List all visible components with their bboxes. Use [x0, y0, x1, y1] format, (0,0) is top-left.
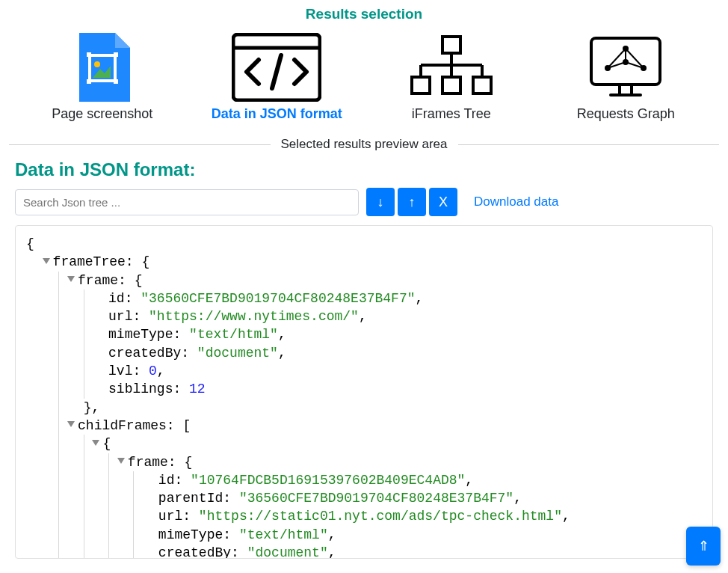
- tab-label: Data in JSON format: [212, 106, 342, 122]
- tab-data-json[interactable]: Data in JSON format: [194, 31, 359, 122]
- json-array-open: [: [182, 418, 191, 433]
- tab-label: iFrames Tree: [412, 106, 491, 122]
- json-value: document: [206, 346, 270, 361]
- tab-page-screenshot[interactable]: Page screenshot: [20, 31, 185, 122]
- json-value: 36560CFE7BD9019704CF80248E37B4F7: [149, 291, 407, 306]
- json-close: },: [84, 400, 100, 415]
- results-selection-title: Results selection: [0, 6, 728, 22]
- page-screenshot-icon: [75, 31, 130, 103]
- json-tree-viewer[interactable]: { frameTree: { frame: { id: "36560CFE7BD…: [15, 225, 713, 559]
- json-key: id: [158, 473, 175, 488]
- svg-line-8: [272, 55, 281, 88]
- svg-rect-1: [87, 52, 91, 57]
- tab-requests-graph[interactable]: Requests Graph: [543, 31, 708, 122]
- json-value: https://www.nytimes.com/: [157, 309, 351, 324]
- json-value: 10764FDCB5D16915397602B409EC4AD8: [199, 473, 457, 488]
- caret-icon[interactable]: [43, 258, 50, 264]
- svg-rect-9: [442, 37, 460, 53]
- json-key: parentId: [158, 491, 223, 506]
- clear-search-button[interactable]: X: [429, 188, 457, 216]
- code-icon: [232, 31, 321, 103]
- json-toolbar: ↓ ↑ X Download data: [0, 188, 728, 222]
- json-key: url: [158, 509, 182, 524]
- preview-divider: Selected results preview area: [9, 137, 719, 152]
- json-key: siblings: [108, 382, 173, 396]
- json-value: https://static01.nyt.com/ads/tpc-check.h…: [207, 509, 554, 524]
- json-key: id: [108, 291, 125, 306]
- expand-all-button[interactable]: ↓: [366, 188, 395, 216]
- svg-rect-15: [412, 77, 430, 94]
- json-key[interactable]: frame: [78, 273, 118, 288]
- tab-label: Requests Graph: [577, 106, 675, 122]
- divider-label: Selected results preview area: [271, 137, 458, 152]
- json-key[interactable]: childFrames: [78, 418, 167, 433]
- json-value: 12: [189, 382, 206, 396]
- svg-rect-2: [114, 52, 118, 57]
- json-object-open: {: [102, 436, 111, 451]
- caret-icon[interactable]: [117, 458, 125, 464]
- svg-rect-17: [473, 77, 491, 94]
- json-value: 36560CFE7BD9019704CF80248E37B4F7: [247, 491, 506, 506]
- scroll-to-top-button[interactable]: ⇑: [686, 527, 721, 566]
- json-value: text/html: [197, 327, 270, 342]
- svg-rect-16: [442, 77, 460, 94]
- graph-monitor-icon: [588, 31, 663, 103]
- json-key: createdBy: [158, 545, 231, 559]
- caret-icon[interactable]: [92, 440, 99, 446]
- json-value: 0: [149, 364, 157, 379]
- json-key: url: [108, 309, 132, 324]
- json-root-open: {: [26, 236, 34, 251]
- search-input[interactable]: [15, 189, 359, 215]
- json-key: mimeType: [108, 327, 173, 342]
- json-key[interactable]: frame: [128, 455, 168, 470]
- svg-rect-3: [87, 79, 91, 84]
- download-data-link[interactable]: Download data: [474, 194, 558, 209]
- section-title: Data in JSON format:: [15, 159, 728, 180]
- json-key: lvl: [108, 364, 132, 379]
- caret-icon[interactable]: [67, 421, 75, 427]
- json-key: createdBy: [108, 346, 181, 361]
- tab-iframes-tree[interactable]: iFrames Tree: [369, 31, 534, 122]
- svg-point-5: [94, 61, 100, 67]
- result-tabs: Page screenshot Data in JSON format: [0, 22, 728, 126]
- json-value: document: [255, 545, 319, 559]
- caret-icon[interactable]: [67, 276, 75, 282]
- json-value: text/html: [247, 527, 320, 542]
- svg-rect-4: [114, 79, 118, 84]
- json-key: mimeType: [158, 527, 223, 542]
- tab-label: Page screenshot: [52, 106, 152, 122]
- json-key[interactable]: frameTree: [53, 254, 126, 269]
- tree-icon: [410, 31, 493, 103]
- collapse-all-button[interactable]: ↑: [398, 188, 426, 216]
